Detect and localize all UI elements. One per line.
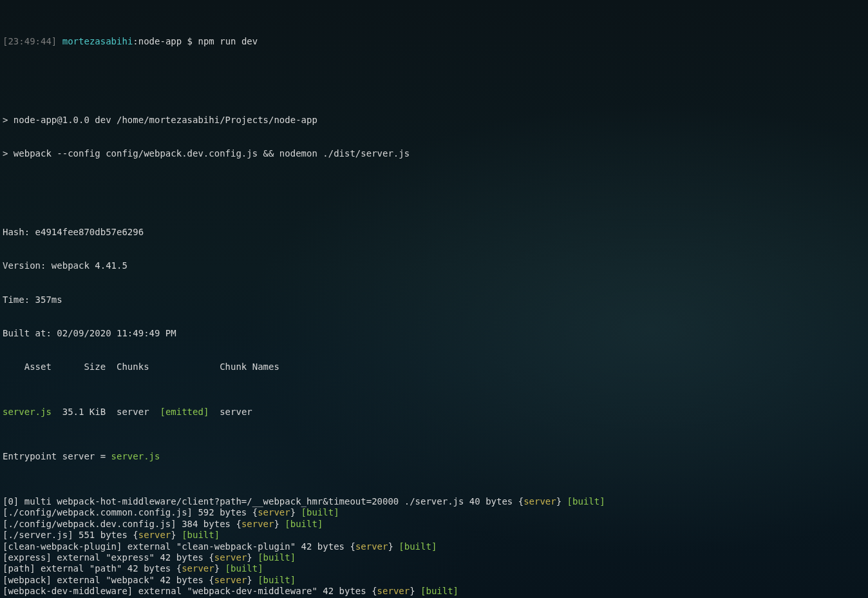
module-mid: } — [214, 563, 225, 574]
webpack-header: Asset Size Chunks Chunk Names — [3, 362, 865, 372]
module-pre: [path] external "path" 42 bytes { — [3, 563, 182, 574]
module-pre: [webpack-dev-middleware] external "webpa… — [3, 586, 377, 596]
npm-echo-2: > webpack --config config/webpack.dev.co… — [3, 148, 865, 159]
webpack-built: Built at: 02/09/2020 11:49:49 PM — [3, 328, 865, 339]
prompt-sep2: $ — [182, 36, 198, 46]
entry-val: server.js — [111, 451, 160, 461]
module-pre: [webpack] external "webpack" 42 bytes { — [3, 575, 214, 585]
webpack-version: Version: webpack 4.41.5 — [3, 260, 865, 271]
prompt-line: [23:49:44] mortezasabihi:node-app $ npm … — [3, 36, 865, 47]
module-pre: [./config/webpack.dev.config.js] 384 byt… — [3, 519, 241, 529]
webpack-entrypoint: Entrypoint server = server.js — [3, 451, 865, 462]
asset-chunk: server — [106, 407, 160, 417]
module-built: [built] — [399, 541, 437, 552]
module-chunk: server — [258, 507, 290, 517]
webpack-time: Time: 357ms — [3, 294, 865, 305]
module-mid: } — [410, 586, 420, 596]
module-built: [built] — [182, 530, 220, 540]
asset-cname: server — [209, 407, 252, 417]
module-chunk: server — [214, 552, 247, 563]
module-line: [0] multi webpack-hot-middleware/client?… — [3, 496, 865, 507]
module-built: [built] — [225, 563, 263, 574]
module-pre: [clean-webpack-plugin] external "clean-w… — [3, 541, 355, 552]
module-line: [./server.js] 551 bytes {server} [built] — [3, 530, 865, 541]
asset-name: server.js — [3, 407, 52, 417]
asset-emitted: [emitted] — [160, 407, 209, 417]
module-built: [built] — [301, 507, 339, 517]
webpack-hash: Hash: e4914fee870db57e6296 — [3, 227, 865, 238]
entry-pre: Entrypoint server = — [3, 451, 111, 461]
module-built: [built] — [258, 552, 296, 563]
webpack-modules: [0] multi webpack-hot-middleware/client?… — [3, 496, 865, 598]
prompt-user: mortezasabihi — [62, 36, 133, 46]
module-mid: } — [171, 530, 182, 540]
prompt-time: [23:49:44] — [3, 36, 57, 46]
module-line: [webpack-dev-middleware] external "webpa… — [3, 586, 865, 597]
module-mid: } — [556, 496, 567, 506]
module-chunk: server — [355, 541, 388, 552]
module-chunk: server — [214, 575, 247, 585]
asset-size: 35.1 KiB — [52, 407, 106, 417]
module-line: [express] external "express" 42 bytes {s… — [3, 552, 865, 563]
module-mid: } — [290, 507, 301, 517]
module-pre: [./server.js] 551 bytes { — [3, 530, 138, 540]
module-mid: } — [247, 552, 258, 563]
module-chunk: server — [138, 530, 171, 540]
module-pre: [0] multi webpack-hot-middleware/client?… — [3, 496, 524, 506]
module-built: [built] — [285, 519, 323, 529]
module-line: [webpack] external "webpack" 42 bytes {s… — [3, 575, 865, 586]
module-built: [built] — [258, 575, 296, 585]
module-pre: [./config/webpack.common.config.js] 592 … — [3, 507, 258, 517]
blank-line — [3, 81, 865, 92]
module-line: [./config/webpack.dev.config.js] 384 byt… — [3, 519, 865, 530]
module-line: [./config/webpack.common.config.js] 592 … — [3, 507, 865, 518]
npm-echo-1: > node-app@1.0.0 dev /home/mortezasabihi… — [3, 115, 865, 126]
module-built: [built] — [567, 496, 605, 506]
module-chunk: server — [524, 496, 556, 506]
terminal[interactable]: [23:49:44] mortezasabihi:node-app $ npm … — [0, 0, 868, 598]
blank-line — [3, 193, 865, 204]
module-chunk: server — [377, 586, 410, 596]
webpack-asset-row: server.js 35.1 KiB server [emitted] serv… — [3, 407, 865, 418]
prompt-cmd: npm run dev — [198, 36, 258, 46]
module-mid: } — [247, 575, 258, 585]
module-built: [built] — [420, 586, 458, 596]
prompt-sep1: : — [133, 36, 138, 46]
module-chunk: server — [182, 563, 214, 574]
module-chunk: server — [241, 519, 274, 529]
module-mid: } — [274, 519, 285, 529]
module-line: [path] external "path" 42 bytes {server}… — [3, 563, 865, 574]
prompt-dir: node-app — [138, 36, 182, 46]
module-pre: [express] external "express" 42 bytes { — [3, 552, 214, 563]
module-line: [clean-webpack-plugin] external "clean-w… — [3, 541, 865, 552]
module-mid: } — [388, 541, 399, 552]
